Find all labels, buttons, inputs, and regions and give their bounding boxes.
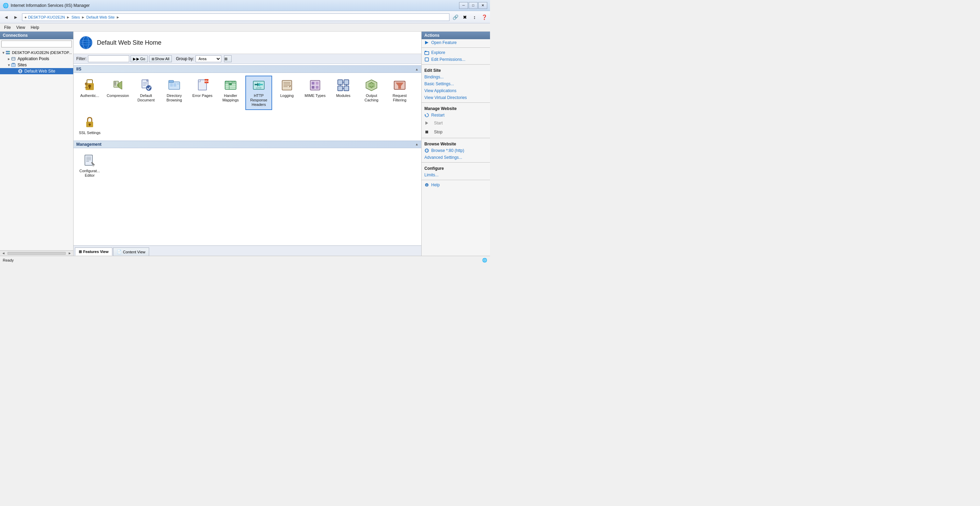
status-bar: Ready 🌐 xyxy=(0,256,490,264)
svg-text:?: ? xyxy=(426,184,428,187)
action-edit-permissions[interactable]: Edit Permissions... xyxy=(422,56,490,63)
feature-authentication[interactable]: Authentic... xyxy=(76,76,103,110)
edit-permissions-icon xyxy=(424,57,430,62)
view-applications-link[interactable]: View Applications xyxy=(424,88,456,93)
advanced-settings-link[interactable]: Advanced Settings... xyxy=(424,155,462,160)
svg-point-3 xyxy=(9,53,10,54)
tree-label-default-site: Default Web Site xyxy=(24,69,55,73)
feature-modules[interactable]: Modules xyxy=(330,76,357,110)
action-browse-80[interactable]: Browse *:80 (http) xyxy=(422,147,490,154)
feature-compression[interactable]: Compression xyxy=(105,76,131,110)
title-bar-buttons: ─ □ ✕ xyxy=(459,2,487,9)
minimize-button[interactable]: ─ xyxy=(459,2,468,9)
help-link[interactable]: Help xyxy=(431,183,440,187)
address-bar: ● DESKTOP-KUO2E2N ► Sites ► Default Web … xyxy=(22,13,449,21)
action-basic-settings[interactable]: Basic Settings... xyxy=(422,80,490,87)
menu-view[interactable]: View xyxy=(13,24,28,30)
browse-website-title: Browse Website xyxy=(422,140,490,147)
back-button[interactable]: ◄ xyxy=(2,13,11,22)
action-limits[interactable]: Limits... xyxy=(422,172,490,178)
view-virtual-dirs-link[interactable]: View Virtual Directories xyxy=(424,95,467,100)
svg-text:Ext: Ext xyxy=(226,80,229,83)
feature-output-caching[interactable]: Output Caching xyxy=(358,76,385,110)
feature-http-response-headers[interactable]: HTTP HTTP Response Headers xyxy=(245,76,272,110)
feature-handler-mappings[interactable]: Ext Type Handler Mappings xyxy=(217,76,244,110)
start-label: Start xyxy=(431,119,445,126)
svg-rect-78 xyxy=(425,51,426,52)
address-desktop[interactable]: DESKTOP-KUO2E2N xyxy=(28,15,65,19)
groupby-select[interactable]: Area Category None xyxy=(196,55,221,62)
tab-content-view[interactable]: 📄 Content View xyxy=(113,248,149,256)
nav-bar: ◄ ► ● DESKTOP-KUO2E2N ► Sites ► Default … xyxy=(0,11,490,23)
content-view-label: Content View xyxy=(123,250,145,254)
address-sites[interactable]: Sites xyxy=(72,15,80,19)
help-icon: ? xyxy=(424,183,430,187)
svg-rect-55 xyxy=(312,82,314,84)
go-button[interactable]: ▶ ▶ Go xyxy=(130,55,148,62)
feature-mime-types[interactable]: MIME Types xyxy=(302,76,328,110)
filter-input[interactable] xyxy=(88,55,129,62)
forward-button[interactable]: ► xyxy=(11,13,21,22)
svg-rect-70 xyxy=(89,124,90,126)
tree-item-app-pools[interactable]: ► Application Pools xyxy=(0,56,73,62)
action-start[interactable]: Start xyxy=(422,119,490,127)
menu-file[interactable]: File xyxy=(2,24,13,30)
feature-directory-browsing[interactable]: Directory Browsing xyxy=(161,76,188,110)
mime-label: MIME Types xyxy=(305,94,326,98)
management-section-header[interactable]: Management ▲ xyxy=(73,141,421,148)
tree-view: ▼ DESKTOP-KUO2E2N (DESKTOP... ► xyxy=(0,49,73,250)
connections-search-input[interactable] xyxy=(2,41,72,48)
action-view-virtual-dirs[interactable]: View Virtual Directories xyxy=(422,94,490,101)
tab-features-view[interactable]: ⊞ Features View xyxy=(75,248,112,256)
feature-request-filtering[interactable]: Request Filtering xyxy=(386,76,413,110)
nav-icon-2[interactable]: ✖ xyxy=(460,13,469,21)
action-restart[interactable]: Restart xyxy=(422,112,490,119)
iis-section-header[interactable]: IIS ▲ xyxy=(73,65,421,73)
svg-rect-58 xyxy=(316,86,318,89)
tree-item-server[interactable]: ▼ DESKTOP-KUO2E2N (DESKTOP... xyxy=(0,49,73,56)
basic-settings-link[interactable]: Basic Settings... xyxy=(424,81,454,86)
menu-help[interactable]: Help xyxy=(28,24,42,30)
divider-1 xyxy=(422,48,490,48)
nav-icon-3[interactable]: ↕ xyxy=(470,13,479,21)
nav-icon-4[interactable]: ❓ xyxy=(480,13,488,21)
show-all-button[interactable]: ⊞ Show All xyxy=(149,55,172,62)
stop-label: Stop xyxy=(431,129,445,135)
auth-label: Authentic... xyxy=(80,94,99,98)
action-view-applications[interactable]: View Applications xyxy=(422,87,490,94)
handler-label: Handler Mappings xyxy=(219,94,242,102)
feature-ssl-settings[interactable]: SSL Settings xyxy=(76,113,103,138)
go-icon: ▶ xyxy=(133,57,136,61)
tree-item-sites[interactable]: ▼ Sites xyxy=(0,62,73,68)
address-website[interactable]: Default Web Site xyxy=(86,15,115,19)
app-icon: 🌐 xyxy=(3,3,9,8)
feature-logging[interactable]: Logging xyxy=(274,76,300,110)
close-button[interactable]: ✕ xyxy=(478,2,487,9)
action-open-feature[interactable]: Open Feature xyxy=(422,39,490,46)
view-toggle-button[interactable]: ⊞ xyxy=(224,55,232,62)
browse-80-link[interactable]: Browse *:80 (http) xyxy=(431,148,464,153)
bindings-link[interactable]: Bindings... xyxy=(424,75,444,80)
action-stop[interactable]: Stop xyxy=(422,127,490,137)
svg-rect-19 xyxy=(89,87,91,89)
action-bindings[interactable]: Bindings... xyxy=(422,73,490,80)
svg-rect-57 xyxy=(312,86,314,89)
nav-icon-1[interactable]: 🔗 xyxy=(451,13,460,21)
action-advanced-settings[interactable]: Advanced Settings... xyxy=(422,154,490,161)
bottom-tabs: ⊞ Features View 📄 Content View xyxy=(73,245,421,256)
svg-rect-54 xyxy=(310,80,320,90)
open-feature-link[interactable]: Open Feature xyxy=(431,40,457,45)
edit-site-title: Edit Site xyxy=(422,66,490,73)
maximize-button[interactable]: □ xyxy=(469,2,477,9)
explore-link[interactable]: Explore xyxy=(431,50,445,55)
tree-item-default-site[interactable]: Default Web Site xyxy=(0,68,73,74)
feature-config-editor[interactable]: Configurat... Editor xyxy=(76,151,103,180)
feature-error-pages[interactable]: 404 Error Pages xyxy=(189,76,216,110)
manage-website-title: Manage Website xyxy=(422,104,490,112)
action-help[interactable]: ? Help xyxy=(422,181,490,188)
action-explore[interactable]: Explore xyxy=(422,49,490,56)
limits-link[interactable]: Limits... xyxy=(424,173,439,177)
feature-default-document[interactable]: Default Document xyxy=(133,76,159,110)
restart-link[interactable]: Restart xyxy=(431,113,445,118)
edit-permissions-link[interactable]: Edit Permissions... xyxy=(431,57,465,62)
